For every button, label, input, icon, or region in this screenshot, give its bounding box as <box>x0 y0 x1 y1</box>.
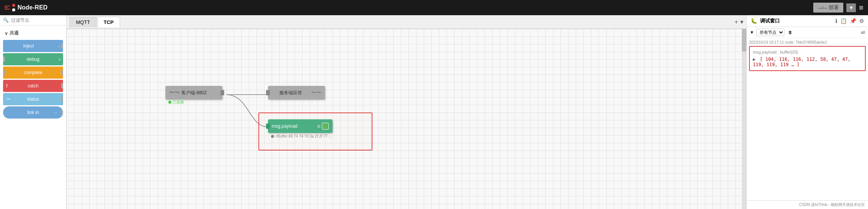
debug-msg-value-text: [ 104, 116, 116, 112, 58, 47, 47, 119, 1… <box>753 57 851 67</box>
debug-message-box[interactable]: msg.payload : buffer[20] ▶ [ 104, 116, 1… <box>749 46 866 71</box>
node-client8802-right-port <box>220 90 224 95</box>
deploy-dropdown-button[interactable]: ▼ <box>846 3 856 12</box>
right-panel: 🐛 调试窗口 ℹ 📋 📌 ⚙ ▼ 所有节点 🗑 all 2023/10/19 1… <box>746 15 868 209</box>
canvas-scrollbar[interactable] <box>742 29 746 209</box>
search-input[interactable] <box>11 17 63 23</box>
node-server-resp[interactable]: 服务端应答 〜〜 <box>268 86 325 100</box>
tabs-bar: MQTT TCP + ▾ <box>67 15 746 29</box>
trash-icon: 🗑 <box>788 30 792 35</box>
complete-label: complete <box>3 70 63 75</box>
debug-timestamp: 2023/10/19 18:17:11 node: 7fdc074f095de4… <box>749 40 866 44</box>
clear-all-button[interactable]: all <box>861 30 865 35</box>
logo-line-2 <box>5 7 8 8</box>
hamburger-menu-button[interactable]: ≡ <box>859 3 863 12</box>
debug-panel-icon: 🐛 <box>751 18 757 24</box>
sidebar-search-container: 🔍 <box>0 15 66 25</box>
node-server-resp-left-port <box>266 90 270 95</box>
footer-text: CSDN @IoTHub - 物联网开源技术社区 <box>799 203 865 207</box>
wave-icon: 〜〜 <box>169 89 180 96</box>
sidebar-item-inject[interactable]: inject → <box>3 40 63 52</box>
node-client8802[interactable]: 〜〜 客户端-8802 已连接 <box>165 86 222 100</box>
msg-payload-list-icon: ≡ <box>317 123 320 129</box>
status-dot-icon <box>168 101 171 104</box>
complete-icon: ! <box>60 71 61 74</box>
tab-dropdown-button[interactable]: ▾ <box>740 18 743 25</box>
catch-exclaim-icon: ! <box>6 83 8 89</box>
inject-arrow-icon: → <box>57 44 61 48</box>
debug-msg-value: ▶ [ 104, 116, 116, 112, 58, 47, 47, 119,… <box>753 57 862 67</box>
info-icon-button[interactable]: ℹ <box>835 18 837 24</box>
app-title: Node-RED <box>17 4 48 11</box>
node-server-resp-label: 服务端应答 <box>272 90 310 96</box>
debug-label: debug <box>3 57 63 62</box>
topbar-left: Node-RED <box>5 4 48 11</box>
wire-svg <box>67 29 746 209</box>
app-logo: Node-RED <box>5 4 48 11</box>
pin-icon-button[interactable]: 📌 <box>850 18 856 24</box>
logo-line-1 <box>5 6 10 6</box>
status-label: status <box>3 97 63 102</box>
node-msg-payload-left-port <box>266 124 270 129</box>
topbar: Node-RED —/— 部署 ▼ ≡ <box>0 0 868 15</box>
node-msg-payload[interactable]: msg.payload ≡ <Buffer 68 74 74 70 3a 2f … <box>268 119 333 133</box>
status-wave-icon: 〜 <box>6 96 11 103</box>
right-panel-header: 🐛 调试窗口 ℹ 📋 📌 ⚙ <box>747 15 868 27</box>
right-panel-footer: CSDN @IoTHub - 物联网开源技术社区 <box>747 200 868 209</box>
tab-mqtt[interactable]: MQTT <box>70 17 97 27</box>
sidebar-item-complete[interactable]: complete ! <box>3 66 63 79</box>
sidebar-item-status[interactable]: status 〜 <box>3 93 63 105</box>
sidebar-item-catch[interactable]: catch ! <box>3 80 63 92</box>
logo-dot-white <box>12 8 15 11</box>
sidebar-item-link-in[interactable]: link in → <box>3 106 63 119</box>
msg-payload-debug-btn[interactable] <box>322 123 329 130</box>
sidebar: 🔍 ∨ 共通 inject → debug ≡ <box>0 15 67 209</box>
sidebar-item-debug[interactable]: debug ≡ <box>3 53 63 65</box>
logo-icon <box>5 4 15 11</box>
panel-filter-row: ▼ 所有节点 🗑 all <box>747 27 868 38</box>
link-in-arrow-icon: → <box>54 110 58 115</box>
section-common: ∨ 共通 <box>0 28 66 39</box>
sidebar-nodes: ∨ 共通 inject → debug ≡ complete ! <box>0 25 66 122</box>
search-icon: 🔍 <box>3 17 9 23</box>
catch-label: catch <box>3 83 63 89</box>
tabs-actions: + ▾ <box>735 18 743 25</box>
filter-icon: ▼ <box>750 30 754 35</box>
main-layout: 🔍 ∨ 共通 inject → debug ≡ <box>0 15 868 209</box>
logo-lines <box>5 6 10 10</box>
canvas-area: MQTT TCP + ▾ 〜〜 客户端-8802 <box>67 15 746 209</box>
debug-output: 2023/10/19 18:17:11 node: 7fdc074f095de4… <box>747 38 868 200</box>
inject-label: inject <box>3 43 54 49</box>
deploy-label: 部署 <box>829 4 839 11</box>
node-client8802-status: 已连接 <box>168 100 184 105</box>
node-client8802-label: 客户端-8802 <box>181 90 207 96</box>
copy-icon-button[interactable]: 📋 <box>840 18 847 24</box>
right-panel-title: 调试窗口 <box>760 17 832 24</box>
node-msg-payload-subtitle: <Buffer 68 74 74 70 3a 2f 2f 77 ... <box>271 134 332 138</box>
server-resp-wave-icon: 〜〜 <box>311 89 321 96</box>
chevron-down-icon: ∨ <box>5 31 8 36</box>
logo-line-3 <box>5 9 10 10</box>
logo-dot-red <box>12 4 15 7</box>
flow-canvas[interactable]: 〜〜 客户端-8802 已连接 服务端应答 〜〜 msg.payload <box>67 29 746 209</box>
tab-tcp[interactable]: TCP <box>97 17 120 27</box>
canvas-scrollbar-thumb[interactable] <box>742 29 746 52</box>
subtitle-dot-icon <box>271 135 274 138</box>
filter-select[interactable]: 所有节点 <box>756 28 784 36</box>
deploy-button[interactable]: —/— 部署 <box>813 3 843 13</box>
add-tab-button[interactable]: + <box>735 19 738 25</box>
node-msg-payload-label: msg.payload <box>272 124 316 129</box>
debug-msg-type: msg.payload : buffer[20] <box>753 50 862 54</box>
expand-arrow-icon[interactable]: ▶ <box>753 57 756 62</box>
settings-icon-button[interactable]: ⚙ <box>859 18 864 24</box>
topbar-right: —/— 部署 ▼ ≡ <box>813 3 863 13</box>
debug-list-icon: ≡ <box>59 57 61 62</box>
